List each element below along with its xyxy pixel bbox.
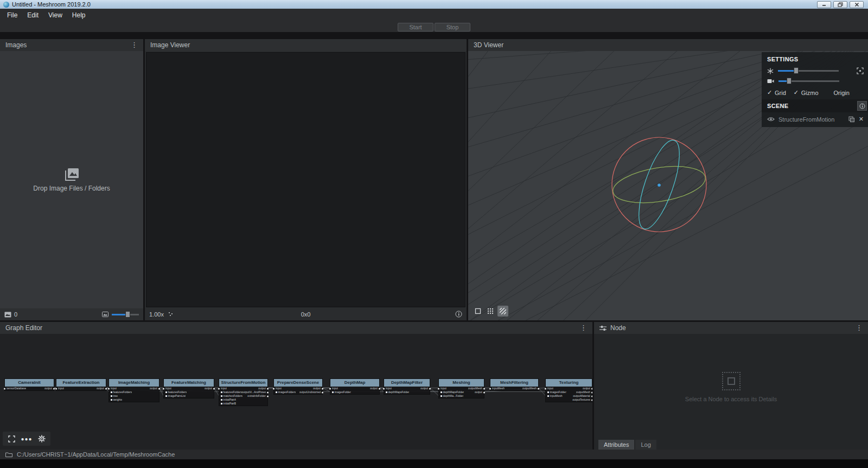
node-title[interactable]: DepthMapFilter — [384, 379, 430, 387]
node-title[interactable]: Texturing — [546, 379, 592, 387]
features-dots-icon[interactable] — [168, 312, 174, 317]
node-port-row[interactable]: inputMeshoutputMaterial — [546, 394, 592, 398]
images-menu-icon[interactable]: ⋮ — [131, 39, 138, 51]
node-port-row[interactable]: depthMapsFolderoutput — [439, 390, 484, 394]
thumbnail-size-slider[interactable] — [112, 314, 139, 315]
node-title[interactable]: ImageMatching — [109, 379, 159, 387]
node-port-row[interactable]: inputoutput — [164, 387, 214, 390]
node-port-row[interactable]: inputoutput — [56, 387, 106, 390]
more-options-icon[interactable]: ●●● — [20, 433, 33, 445]
menu-help[interactable]: Help — [67, 9, 91, 22]
node-port-row[interactable]: featuresFolders — [164, 390, 214, 394]
node-port-row[interactable]: sensorDatabaseoutput — [5, 387, 54, 390]
node-empty-state: Select a Node to access its Details — [594, 334, 868, 440]
graph-editor-menu-icon[interactable]: ⋮ — [580, 322, 587, 334]
node-title[interactable]: CameraInit — [5, 379, 54, 387]
node-port-row[interactable]: imagesFoldersoutputUndistorted — [274, 390, 322, 394]
image-info-icon[interactable] — [455, 311, 462, 318]
remove-media-icon[interactable]: ✕ — [859, 116, 864, 123]
minimize-button[interactable] — [817, 1, 831, 8]
point-size-icon — [767, 68, 774, 74]
menu-file[interactable]: File — [2, 9, 22, 22]
menu-view[interactable]: View — [43, 9, 67, 22]
scene-info-icon[interactable] — [857, 101, 867, 111]
node-title[interactable]: DepthMap — [330, 379, 379, 387]
graph-node-ImageMatching[interactable]: ImageMatchinginputoutputfeaturesFolderst… — [108, 378, 159, 402]
origin-toggle[interactable]: Origin — [826, 90, 850, 96]
node-port-row[interactable]: outputTextures — [546, 398, 592, 402]
node-port-row[interactable]: initialPairB — [219, 402, 267, 406]
graph-node-DepthMapFilter[interactable]: DepthMapFilterinputoutputdepthMapsFolder — [384, 378, 430, 395]
node-panel-menu-icon[interactable]: ⋮ — [856, 322, 863, 334]
node-port-row[interactable]: depthMa...Folder — [439, 394, 484, 398]
node-port-row[interactable]: tree — [109, 394, 159, 398]
node-title[interactable]: StructureFromMotion — [219, 379, 267, 387]
render-mode-points-icon[interactable] — [485, 306, 496, 317]
fit-view-icon[interactable] — [857, 67, 864, 74]
image-drop-zone[interactable]: Drop Image Files / Folders — [0, 51, 143, 308]
point-size-slider[interactable] — [778, 70, 839, 72]
tab-attributes[interactable]: Attributes — [598, 440, 634, 450]
render-mode-solid-icon[interactable] — [473, 306, 483, 317]
cache-folder-icon — [5, 452, 12, 457]
gizmo-toggle[interactable]: ✓ Gizmo — [794, 89, 819, 96]
node-title[interactable]: FeatureExtraction — [56, 379, 106, 387]
graph-node-DepthMap[interactable]: DepthMapinputoutputimagesFolder — [330, 378, 380, 395]
node-port-row[interactable]: imagePairsList — [164, 394, 214, 398]
graph-node-Texturing[interactable]: TexturinginputoutputimagesFolderoutputMe… — [545, 378, 592, 402]
camera-scale-slider[interactable] — [778, 80, 839, 82]
node-port-row[interactable]: inputMeshoutputMesh — [490, 387, 538, 390]
node-port-row[interactable]: imagesFolderoutputMesh — [546, 390, 592, 394]
image-viewer-canvas[interactable] — [146, 52, 465, 307]
node-port-row[interactable]: inputoutput — [109, 387, 159, 390]
viewer3d-header: 3D Viewer — [468, 39, 868, 51]
start-button[interactable]: Start — [398, 23, 433, 31]
node-port-row[interactable]: inputoutput — [384, 387, 430, 390]
images-panel: Images ⋮ Drop Image Files / Folders 0 — [0, 39, 143, 320]
image-dimensions: 0x0 — [301, 311, 311, 318]
node-port-row[interactable]: featuresFolders — [109, 390, 159, 394]
node-port-row[interactable]: matchesFoldersextraInfoFolder — [219, 394, 267, 398]
render-mode-wireframe-icon[interactable] — [497, 306, 508, 317]
grid-toggle[interactable]: ✓ Grid — [767, 89, 786, 96]
fit-graph-icon[interactable] — [5, 433, 18, 445]
node-port-row[interactable]: depthMapsFolder — [384, 390, 430, 394]
node-port-row[interactable]: inputoutputMesh — [439, 387, 484, 390]
node-title[interactable]: PrepareDenseScene — [274, 379, 322, 387]
node-port-row[interactable]: inputoutput — [219, 387, 267, 390]
graph-node-FeatureExtraction[interactable]: FeatureExtractioninputoutput — [56, 378, 106, 391]
node-port-row[interactable]: initialPairA — [219, 398, 267, 402]
graph-editor-panel[interactable]: Graph Editor ⋮ CameraInitsensorDatabaseo… — [0, 322, 592, 450]
graph-node-CameraInit[interactable]: CameraInitsensorDatabaseoutput — [4, 378, 54, 391]
graph-node-PrepareDenseScene[interactable]: PrepareDenseSceneinputoutputimagesFolder… — [273, 378, 323, 395]
close-button[interactable] — [850, 1, 864, 8]
node-title[interactable]: FeatureMatching — [164, 379, 214, 387]
graph-node-Meshing[interactable]: MeshinginputoutputMeshdepthMapsFolderout… — [438, 378, 484, 399]
node-title[interactable]: MeshFiltering — [490, 379, 538, 387]
restore-button[interactable] — [833, 1, 847, 8]
node-port-row[interactable]: inputoutput — [274, 387, 322, 390]
graph-node-FeatureMatching[interactable]: FeatureMatchinginputoutputfeaturesFolder… — [163, 378, 214, 399]
settings-gear-icon[interactable] — [35, 433, 48, 445]
graph-node-StructureFromMotion[interactable]: StructureFromMotioninputoutputfeaturesFo… — [219, 378, 268, 406]
node-port-row[interactable]: weights — [109, 398, 159, 402]
window-title: Untitled - Meshroom 2019.2.0 — [12, 0, 91, 9]
visibility-eye-icon[interactable] — [767, 117, 775, 122]
images-panel-header: Images ⋮ — [0, 39, 143, 51]
viewer3d-panel[interactable]: 3D Viewer SETTINGS — [468, 39, 868, 320]
tab-log[interactable]: Log — [635, 440, 656, 450]
node-port-row[interactable]: imagesFolder — [330, 390, 379, 394]
node-port-row[interactable]: inputoutput — [330, 387, 379, 390]
scene-item-sfm[interactable]: StructureFromMotion ✕ — [762, 112, 868, 125]
node-title[interactable]: Meshing — [439, 379, 484, 387]
node-port-row[interactable]: inputoutput — [546, 387, 592, 390]
meshroom-window: Untitled - Meshroom 2019.2.0 File Edit V… — [0, 0, 868, 468]
menu-bar: File Edit View Help — [0, 9, 868, 22]
stop-button[interactable]: Stop — [435, 23, 470, 31]
node-port-row[interactable]: featuresFoldersoutputVi...AndPoses — [219, 390, 267, 394]
cache-path: C:/Users/CHRIST~1/AppData/Local/Temp/Mes… — [17, 451, 175, 458]
graph-node-MeshFiltering[interactable]: MeshFilteringinputMeshoutputMesh — [490, 378, 539, 391]
menu-edit[interactable]: Edit — [22, 9, 43, 22]
select-node-icon — [722, 372, 741, 390]
media-source-icon[interactable] — [848, 116, 854, 122]
